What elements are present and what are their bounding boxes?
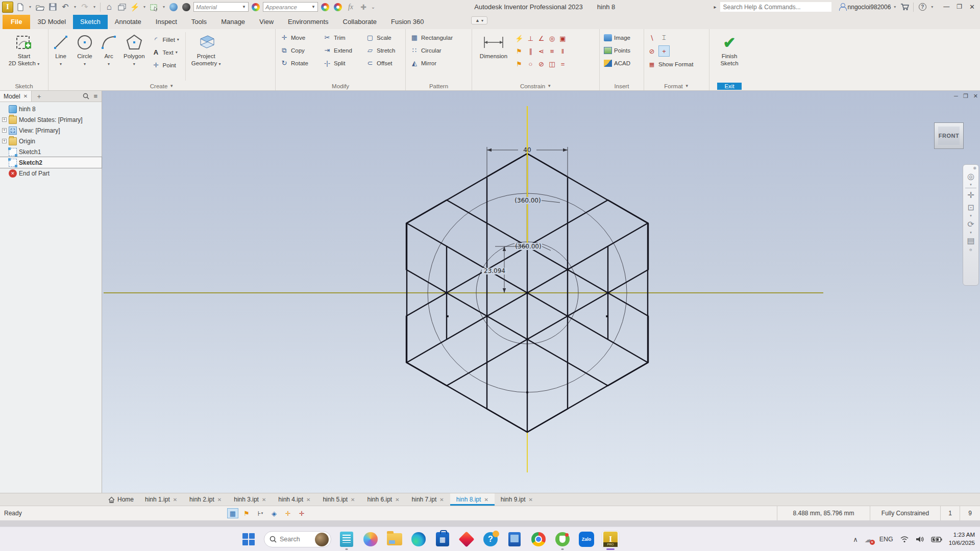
pan-icon[interactable]: ✛ [967, 189, 974, 202]
browser-tree-item[interactable]: + hinh 8 [0, 104, 102, 114]
close-icon[interactable]: ✕ [439, 497, 444, 503]
sketch-canvas[interactable]: 40(360.00)(360.00)23.094 ─ ❐ ✕ FRONT ⊗ ◎… [102, 91, 980, 493]
modify-tool-button[interactable]: ✂ Trim [321, 31, 362, 44]
help-search-input[interactable] [720, 4, 831, 11]
constraint-button[interactable]: = [557, 58, 568, 70]
search-highlight-image[interactable] [315, 533, 329, 546]
chevron-down-icon[interactable]: ▾ [970, 231, 972, 235]
close-icon[interactable]: ✕ [351, 497, 355, 503]
taskbar-file-explorer-icon[interactable] [386, 531, 403, 548]
material-icon[interactable] [168, 2, 179, 13]
constraint-button[interactable]: ◫ [547, 58, 557, 70]
menu-icon[interactable]: ≡ [93, 92, 97, 100]
taskbar-search-input[interactable] [280, 536, 312, 543]
minimize-button[interactable]: — [943, 3, 949, 11]
collapse-icon[interactable]: ⊖ [969, 248, 972, 252]
modify-tool-button[interactable]: ⊂ Offset [363, 57, 405, 69]
language-indicator[interactable]: ENG [879, 536, 893, 543]
browser-tree-item[interactable]: + Origin [0, 136, 102, 146]
constraint-status-icon[interactable]: ⚑ [241, 508, 252, 518]
browser-tree-item[interactable]: + View: [Primary] [0, 125, 102, 136]
pattern-tool-button[interactable]: ▦ Rectangular [408, 31, 455, 44]
navbar-close-icon[interactable]: ⊗ [973, 166, 976, 170]
add-browser-tab-button[interactable]: ＋ [32, 92, 46, 101]
modify-tool-button[interactable]: ⇥ Extend [321, 44, 362, 57]
taskbar-chrome-icon[interactable] [530, 531, 547, 548]
constraint-button[interactable]: ⊥ [525, 32, 536, 45]
ribbon-tab[interactable]: Inspect [149, 15, 184, 29]
modify-tool-button[interactable]: ⧉ Copy [278, 44, 320, 57]
centerpoint-button[interactable]: ⊘ [646, 45, 657, 57]
redo-dropdown[interactable]: ▾ [92, 5, 97, 9]
orbit-icon[interactable]: ⟳ [967, 218, 974, 231]
ribbon-tab[interactable]: Manage [214, 15, 252, 29]
expand-icon[interactable]: + [2, 128, 7, 133]
centerline-button[interactable]: + [658, 45, 670, 57]
open-icon[interactable] [34, 2, 45, 13]
taskbar-inventor-icon[interactable]: IPRO [602, 531, 619, 548]
modify-tool-button[interactable]: -|- Split [321, 57, 362, 69]
undo-dropdown[interactable]: ▾ [72, 5, 78, 9]
ribbon-tab[interactable]: Annotate [108, 15, 149, 29]
construction-line-button[interactable]: ∖ [646, 32, 657, 43]
taskbar-edge-icon[interactable] [410, 531, 427, 548]
constraint-button[interactable]: ▣ [557, 32, 568, 45]
material-combo[interactable]: Material▼ [193, 2, 249, 12]
chevron-down-icon[interactable]: ▾ [970, 183, 972, 187]
ribbon-tab[interactable]: File [3, 15, 30, 29]
home-icon[interactable]: ⌂ [104, 2, 115, 13]
start-button[interactable] [240, 531, 257, 548]
taskbar-phone-link-icon[interactable] [506, 531, 523, 548]
undo-icon[interactable]: ↶ [60, 2, 71, 13]
taskbar-copilot-icon[interactable] [362, 531, 379, 548]
color-wheel-icon[interactable] [250, 2, 261, 13]
close-icon[interactable]: ✕ [484, 497, 488, 503]
dof-icon[interactable]: ✛ [282, 508, 293, 518]
insert-tool-button[interactable]: Image [602, 31, 632, 44]
search-icon[interactable] [83, 93, 89, 99]
constraint-button[interactable]: ◎ [547, 32, 557, 45]
dimension-display-icon[interactable]: ⊦▾ [255, 508, 266, 518]
insert-tool-button[interactable]: ACAD [602, 57, 632, 69]
update-dropdown[interactable]: ▾ [142, 5, 147, 9]
close-icon[interactable]: ✕ [23, 93, 28, 99]
taskbar-gem-icon[interactable] [458, 531, 475, 548]
ribbon-tab[interactable]: Tools [184, 15, 214, 29]
close-icon[interactable]: ✕ [395, 497, 399, 503]
document-tab[interactable]: hinh 3.ipt✕ [228, 493, 272, 506]
close-button[interactable]: ✕ [969, 3, 975, 11]
taskbar-store-icon[interactable] [434, 531, 451, 548]
look-at-icon[interactable]: ▤ [967, 235, 974, 247]
document-tab[interactable]: hinh 4.ipt✕ [272, 493, 316, 506]
adjust-appearance-icon[interactable] [320, 2, 331, 13]
panel-label-format[interactable]: Format▼ [644, 82, 709, 90]
return-icon[interactable] [116, 2, 128, 13]
browser-tree-item[interactable]: + Sketch2 [0, 157, 102, 168]
new-file-dropdown[interactable]: ▾ [28, 5, 33, 9]
new-file-icon[interactable] [15, 2, 26, 13]
onedrive-error-icon[interactable]: ☁ [865, 535, 873, 544]
inventor-logo-icon[interactable]: I [2, 2, 13, 13]
battery-icon[interactable] [931, 536, 942, 542]
viewcube[interactable]: FRONT [934, 122, 964, 149]
modify-tool-button[interactable]: ▢ Scale [363, 31, 405, 44]
point-button[interactable]: ✛Point [150, 59, 181, 71]
constraint-button[interactable]: ‖ [557, 45, 568, 58]
dimension-button[interactable]: Dimension [474, 31, 513, 61]
expand-icon[interactable]: + [2, 117, 7, 122]
select-icon[interactable] [149, 2, 160, 13]
user-name[interactable]: nngocloi982006 [848, 4, 891, 11]
doc-minimize-button[interactable]: ─ [954, 93, 958, 99]
fillet-button[interactable]: ◜Fillet▾ [150, 33, 181, 46]
steering-wheel-icon[interactable]: ◎ [967, 170, 974, 183]
clear-appearance-icon[interactable] [332, 2, 344, 13]
close-icon[interactable]: ✕ [306, 497, 310, 503]
update-icon[interactable]: ⚡ [129, 2, 140, 13]
add-qat-icon[interactable]: ✚ [358, 2, 369, 13]
restore-button[interactable]: ❐ [957, 3, 962, 11]
document-tab[interactable]: hinh 9.ipt✕ [495, 493, 539, 506]
text-button[interactable]: AText▾ [150, 46, 181, 59]
document-tab[interactable]: hinh 7.ipt✕ [406, 493, 450, 506]
document-tab[interactable]: hinh 1.ipt✕ [139, 493, 183, 506]
document-tab[interactable]: hinh 6.ipt✕ [361, 493, 405, 506]
